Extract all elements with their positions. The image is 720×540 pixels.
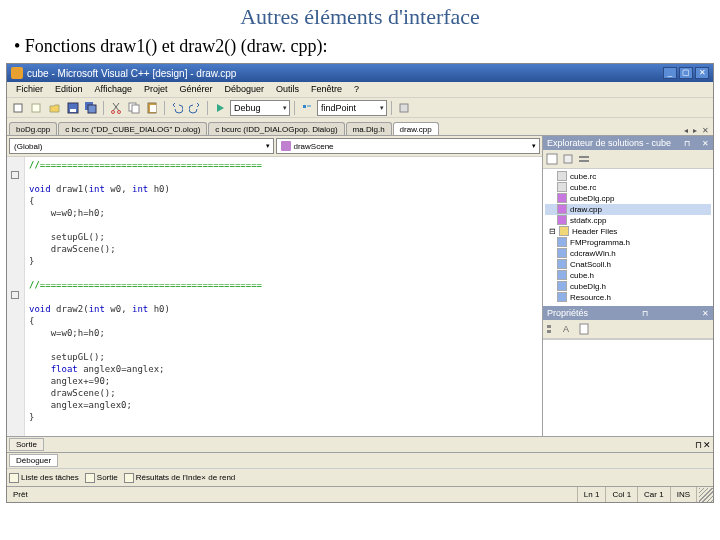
h-icon (557, 259, 567, 269)
outline-toggle-icon[interactable] (11, 171, 19, 179)
minimize-button[interactable]: _ (663, 67, 677, 79)
redo-icon[interactable] (187, 100, 203, 116)
resize-grip-icon[interactable] (699, 488, 713, 502)
save-all-icon[interactable] (83, 100, 99, 116)
svg-point-7 (118, 110, 121, 113)
tab-deboguer[interactable]: Déboguer (9, 454, 58, 467)
status-ln: Ln 1 (578, 487, 607, 502)
tree-file: CnatScoll.h (545, 259, 711, 270)
scope-dropdown[interactable]: (Global) (9, 138, 274, 154)
tree-file: cube.rc (545, 171, 711, 182)
open-icon[interactable] (47, 100, 63, 116)
svg-rect-19 (547, 330, 551, 333)
panel-close-icon[interactable]: ✕ (703, 440, 711, 450)
props-alpha-icon[interactable]: A (561, 322, 575, 336)
member-dropdown[interactable]: drawScene (276, 138, 541, 154)
tab-prev-icon[interactable]: ◂ (682, 126, 690, 135)
copy-icon[interactable] (126, 100, 142, 116)
panel-close-icon[interactable]: ✕ (702, 139, 709, 148)
h-icon (557, 270, 567, 280)
status-ready: Prêt (7, 487, 578, 502)
paste-icon[interactable] (144, 100, 160, 116)
add-item-icon[interactable] (29, 100, 45, 116)
tasks-icon (9, 473, 19, 483)
tab-next-icon[interactable]: ▸ (691, 126, 699, 135)
tab-close-icon[interactable]: ✕ (700, 126, 711, 135)
props-categorize-icon[interactable] (545, 322, 559, 336)
solution-tree[interactable]: cube.rc cube.rc cubeDlg.cpp draw.cpp std… (543, 169, 713, 306)
tree-file: FMProgramma.h (545, 237, 711, 248)
tab-2[interactable]: c bcurc (IDD_DIALOGpop. Dialog) (208, 122, 344, 135)
panel-pin-icon[interactable]: ⊓ (695, 440, 702, 450)
titlebar: cube - Microsoft Visual C++ [design] - d… (7, 64, 713, 82)
tab-3[interactable]: ma.Dlg.h (346, 122, 392, 135)
outline-toggle-icon[interactable] (11, 291, 19, 299)
explorer-view-icon[interactable] (545, 152, 559, 166)
panel-pin-icon[interactable]: ⊓ (642, 309, 648, 318)
panel-pin-icon[interactable]: ⊓ (684, 139, 690, 148)
menubar: Fichier Edition Affichage Projet Générer… (7, 82, 713, 98)
tree-file: stdafx.cpp (545, 215, 711, 226)
config-combo[interactable]: Debug (230, 100, 290, 116)
svg-rect-1 (32, 104, 40, 112)
explorer-toolbar (543, 150, 713, 169)
tab-1[interactable]: c bc.rc ("DD_CUBE_DIALOG" D.olog) (58, 122, 207, 135)
cut-icon[interactable] (108, 100, 124, 116)
tree-file: cubeDlg.h (545, 281, 711, 292)
svg-rect-3 (70, 109, 76, 112)
undo-icon[interactable] (169, 100, 185, 116)
output-sortie[interactable]: Sortie (85, 473, 118, 483)
menu-help[interactable]: ? (349, 83, 364, 96)
maximize-button[interactable]: ▢ (679, 67, 693, 79)
results-icon (124, 473, 134, 483)
svg-rect-14 (547, 154, 557, 164)
tab-0[interactable]: boDg.cpp (9, 122, 57, 135)
start-icon[interactable] (212, 100, 228, 116)
menu-outils[interactable]: Outils (271, 83, 304, 96)
output-tabs: Sortie ⊓✕ (7, 436, 713, 452)
tab-sortie[interactable]: Sortie (9, 438, 44, 451)
tree-file: cdcrawWin.h (545, 248, 711, 259)
tab-4[interactable]: draw.cpp (393, 122, 439, 135)
find-combo[interactable]: findPoint (317, 100, 387, 116)
step-icon[interactable] (299, 100, 315, 116)
panel-close-icon[interactable]: ✕ (702, 309, 709, 318)
menu-generer[interactable]: Générer (174, 83, 217, 96)
cpp-icon (557, 193, 567, 203)
code-editor[interactable]: //======================================… (7, 157, 542, 436)
tree-file: Resource.h (545, 292, 711, 303)
output-tasks[interactable]: Liste des tâches (9, 473, 79, 483)
file-icon (557, 171, 567, 181)
svg-rect-16 (579, 156, 589, 158)
svg-rect-11 (150, 105, 156, 112)
menu-affichage[interactable]: Affichage (90, 83, 137, 96)
cpp-icon (557, 204, 567, 214)
save-icon[interactable] (65, 100, 81, 116)
output-tools: Liste des tâches Sortie Résultats de l'I… (7, 468, 713, 486)
output-results[interactable]: Résultats de l'Inde× de rend (124, 473, 236, 483)
misc-icon[interactable] (396, 100, 412, 116)
svg-rect-15 (564, 155, 572, 163)
close-button[interactable]: ✕ (695, 67, 709, 79)
titlebar-text: cube - Microsoft Visual C++ [design] - d… (27, 68, 663, 79)
explorer-props-icon[interactable] (577, 152, 591, 166)
tree-file: cube.rc (545, 182, 711, 193)
properties-grid[interactable] (543, 339, 713, 436)
new-project-icon[interactable] (11, 100, 27, 116)
debug-tabs: Déboguer (7, 452, 713, 468)
collapse-icon[interactable]: ⊟ (549, 227, 556, 236)
menu-projet[interactable]: Projet (139, 83, 173, 96)
menu-deboguer[interactable]: Déboguer (219, 83, 269, 96)
solution-explorer-header: Explorateur de solutions - cube ⊓ ✕ (543, 136, 713, 150)
status-car: Car 1 (638, 487, 671, 502)
menu-fenetre[interactable]: Fenêtre (306, 83, 347, 96)
menu-fichier[interactable]: Fichier (11, 83, 48, 96)
explorer-refresh-icon[interactable] (561, 152, 575, 166)
slide-title: Autres éléments d'interface (0, 0, 720, 32)
menu-edition[interactable]: Edition (50, 83, 88, 96)
h-icon (557, 248, 567, 258)
status-ins: INS (671, 487, 697, 502)
app-window: cube - Microsoft Visual C++ [design] - d… (6, 63, 714, 503)
props-page-icon[interactable] (577, 322, 591, 336)
svg-rect-12 (303, 105, 306, 108)
